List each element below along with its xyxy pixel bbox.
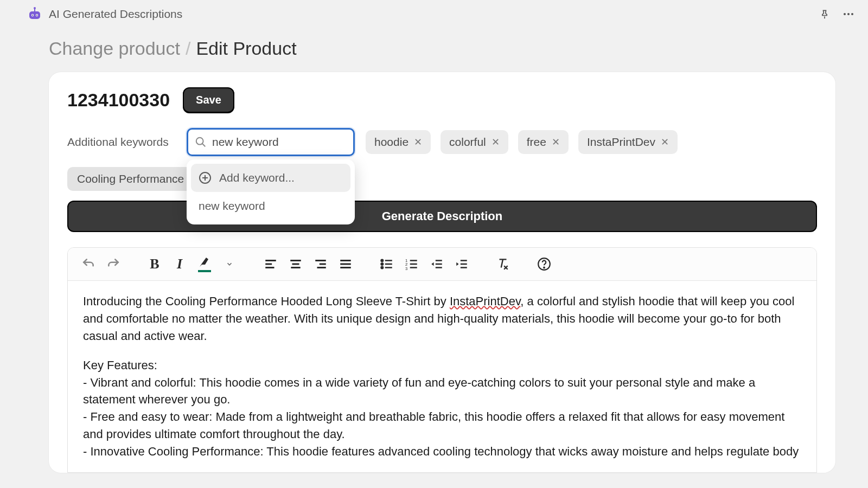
- more-menu-button[interactable]: [840, 5, 857, 23]
- svg-point-7: [844, 13, 846, 15]
- spellcheck-word: InstaPrintDev: [450, 294, 520, 308]
- feature-bullet: - Vibrant and colorful: This hoodie come…: [83, 374, 801, 409]
- bold-button[interactable]: B: [144, 253, 165, 275]
- search-icon: [195, 136, 207, 148]
- keywords-label: Additional keywords: [67, 136, 176, 149]
- breadcrumb-separator: /: [186, 38, 190, 59]
- svg-rect-0: [29, 11, 40, 19]
- breadcrumb: Change product / Edit Product: [16, 28, 868, 72]
- keyword-search-box[interactable]: [187, 128, 355, 156]
- keyword-chip: hoodie ✕: [366, 130, 431, 154]
- align-right-button[interactable]: [310, 253, 331, 275]
- keyword-chip: colorful ✕: [441, 130, 508, 154]
- chip-remove-icon[interactable]: ✕: [552, 136, 560, 148]
- top-bar: AI Generated Descriptions: [16, 0, 868, 28]
- svg-text:3: 3: [405, 266, 407, 271]
- svg-point-10: [196, 138, 203, 145]
- product-card: 1234100330 Save Additional keywords: [49, 72, 835, 473]
- breadcrumb-previous[interactable]: Change product: [49, 38, 180, 59]
- product-id: 1234100330: [67, 89, 170, 111]
- left-gutter: [0, 0, 16, 488]
- keyword-chips: hoodie ✕ colorful ✕ free ✕ InstaPrintD: [366, 130, 678, 154]
- description-paragraph: Introducing the Cooling Performance Hood…: [83, 293, 801, 345]
- dropdown-add-label: Add keyword...: [219, 171, 295, 184]
- chip-remove-icon[interactable]: ✕: [661, 136, 669, 148]
- breadcrumb-current: Edit Product: [196, 38, 296, 59]
- clear-formatting-button[interactable]: [492, 253, 514, 275]
- undo-button[interactable]: [78, 253, 99, 275]
- svg-line-11: [202, 144, 206, 147]
- color-dropdown-button[interactable]: [219, 253, 240, 275]
- plus-circle-icon: [199, 171, 212, 184]
- svg-point-29: [381, 267, 383, 268]
- outdent-button[interactable]: [426, 253, 448, 275]
- editor-content[interactable]: Introducing the Cooling Performance Hood…: [68, 281, 816, 472]
- align-center-button[interactable]: [285, 253, 307, 275]
- save-button[interactable]: Save: [183, 87, 234, 113]
- keyword-chip: free ✕: [518, 130, 569, 154]
- svg-point-8: [847, 13, 850, 15]
- svg-point-9: [851, 13, 853, 15]
- chip-remove-icon[interactable]: ✕: [492, 136, 500, 148]
- numbered-list-button[interactable]: 123: [401, 253, 423, 275]
- svg-point-48: [544, 267, 545, 268]
- robot-icon: [27, 7, 42, 22]
- keyword-dropdown: Add keyword... new keyword: [187, 159, 355, 224]
- italic-button[interactable]: I: [169, 253, 190, 275]
- align-justify-button[interactable]: [335, 253, 356, 275]
- highlight-color-button[interactable]: [194, 253, 215, 275]
- generate-description-button[interactable]: Generate Description: [67, 201, 817, 232]
- align-left-button[interactable]: [260, 253, 282, 275]
- bullet-list-button[interactable]: [376, 253, 398, 275]
- svg-point-28: [381, 263, 383, 265]
- editor-toolbar: B I: [68, 248, 816, 281]
- feature-bullet: - Innovative Cooling Performance: This h…: [83, 443, 801, 460]
- keyword-input[interactable]: [212, 136, 354, 149]
- app-title: AI Generated Descriptions: [49, 8, 182, 21]
- help-button[interactable]: [533, 253, 555, 275]
- dropdown-suggestion[interactable]: new keyword: [191, 192, 350, 220]
- svg-point-4: [36, 15, 37, 16]
- svg-point-6: [34, 7, 36, 9]
- feature-bullet: - Free and easy to wear: Made from a lig…: [83, 408, 801, 443]
- chip-remove-icon[interactable]: ✕: [414, 136, 422, 148]
- pin-button[interactable]: [816, 5, 833, 23]
- rich-text-editor: B I: [67, 247, 817, 473]
- redo-button[interactable]: [103, 253, 124, 275]
- indent-button[interactable]: [451, 253, 473, 275]
- svg-point-27: [381, 260, 383, 261]
- dropdown-add-keyword[interactable]: Add keyword...: [191, 164, 350, 192]
- truncated-keyword-chip[interactable]: Cooling Performance Ho: [67, 167, 192, 191]
- keyword-chip: InstaPrintDev ✕: [578, 130, 678, 154]
- features-heading: Key Features:: [83, 357, 801, 374]
- svg-point-3: [32, 15, 33, 16]
